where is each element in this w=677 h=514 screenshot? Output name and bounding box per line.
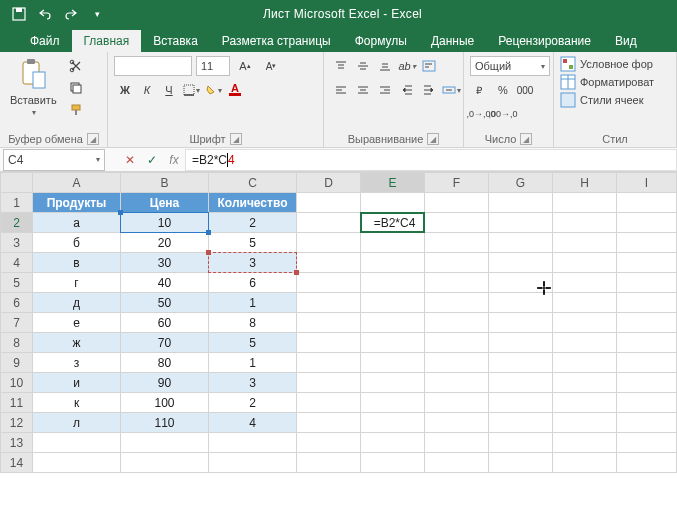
- cell[interactable]: [297, 333, 361, 353]
- cell[interactable]: [617, 333, 677, 353]
- border-icon[interactable]: ▾: [180, 80, 202, 100]
- comma-icon[interactable]: 000: [514, 80, 536, 100]
- cell[interactable]: [489, 273, 553, 293]
- number-dialog-launcher-icon[interactable]: ◢: [520, 133, 532, 145]
- cell-E2-active[interactable]: =B2*C4: [361, 213, 425, 233]
- cell[interactable]: [297, 433, 361, 453]
- col-header-I[interactable]: I: [617, 173, 677, 193]
- cell[interactable]: [489, 393, 553, 413]
- row-header[interactable]: 14: [1, 453, 33, 473]
- cell[interactable]: [297, 353, 361, 373]
- tab-insert[interactable]: Вставка: [141, 30, 210, 52]
- row-header[interactable]: 1: [1, 193, 33, 213]
- cell[interactable]: [553, 193, 617, 213]
- align-left-icon[interactable]: [330, 80, 352, 100]
- cell[interactable]: 70: [121, 333, 209, 353]
- cell[interactable]: [297, 413, 361, 433]
- cell[interactable]: [617, 213, 677, 233]
- cell-styles-button[interactable]: Стили ячеек: [560, 92, 643, 108]
- cell[interactable]: 5: [209, 233, 297, 253]
- paste-button[interactable]: Вставить ▾: [6, 56, 61, 119]
- row-header[interactable]: 5: [1, 273, 33, 293]
- cell[interactable]: 110: [121, 413, 209, 433]
- increase-font-icon[interactable]: A▴: [234, 56, 256, 76]
- cell[interactable]: [425, 293, 489, 313]
- cell[interactable]: [361, 233, 425, 253]
- cell[interactable]: [209, 433, 297, 453]
- cell[interactable]: [361, 353, 425, 373]
- cell[interactable]: [617, 273, 677, 293]
- cell[interactable]: [361, 373, 425, 393]
- cell[interactable]: [361, 333, 425, 353]
- cell[interactable]: [617, 353, 677, 373]
- cell[interactable]: [361, 413, 425, 433]
- cell[interactable]: е: [33, 313, 121, 333]
- cell-B2-referenced[interactable]: 10: [121, 213, 209, 233]
- cell[interactable]: [425, 253, 489, 273]
- row-header[interactable]: 7: [1, 313, 33, 333]
- cell[interactable]: [489, 313, 553, 333]
- italic-button[interactable]: К: [136, 80, 158, 100]
- cell[interactable]: к: [33, 393, 121, 413]
- cell[interactable]: [553, 433, 617, 453]
- cancel-formula-icon[interactable]: ✕: [119, 149, 141, 171]
- cell[interactable]: 80: [121, 353, 209, 373]
- cell[interactable]: [297, 193, 361, 213]
- col-header-F[interactable]: F: [425, 173, 489, 193]
- row-header[interactable]: 8: [1, 333, 33, 353]
- cell[interactable]: [489, 413, 553, 433]
- cell[interactable]: [361, 433, 425, 453]
- align-bottom-icon[interactable]: [374, 56, 396, 76]
- row-header[interactable]: 6: [1, 293, 33, 313]
- cell[interactable]: [553, 353, 617, 373]
- number-format-select[interactable]: Общий▾: [470, 56, 550, 76]
- cell[interactable]: [553, 313, 617, 333]
- save-icon[interactable]: [8, 3, 30, 25]
- cell[interactable]: [361, 393, 425, 413]
- row-header[interactable]: 9: [1, 353, 33, 373]
- fx-icon[interactable]: fx: [163, 149, 185, 171]
- cell[interactable]: [361, 253, 425, 273]
- qat-customize-icon[interactable]: ▾: [86, 3, 108, 25]
- font-name-select[interactable]: [114, 56, 192, 76]
- cell[interactable]: б: [33, 233, 121, 253]
- cell[interactable]: 4: [209, 413, 297, 433]
- align-right-icon[interactable]: [374, 80, 396, 100]
- cell[interactable]: и: [33, 373, 121, 393]
- cell[interactable]: [297, 253, 361, 273]
- cell[interactable]: [425, 373, 489, 393]
- cell[interactable]: [425, 333, 489, 353]
- table-header-cell[interactable]: Цена: [121, 193, 209, 213]
- cell[interactable]: [297, 293, 361, 313]
- wrap-text-icon[interactable]: [418, 56, 440, 76]
- copy-icon[interactable]: [65, 78, 87, 98]
- formula-input[interactable]: =B2*C4: [185, 149, 677, 171]
- cell[interactable]: [425, 213, 489, 233]
- row-header[interactable]: 4: [1, 253, 33, 273]
- cell[interactable]: [489, 293, 553, 313]
- cell-C4-referenced[interactable]: 3: [209, 253, 297, 273]
- tab-data[interactable]: Данные: [419, 30, 486, 52]
- cell[interactable]: [425, 193, 489, 213]
- align-middle-icon[interactable]: [352, 56, 374, 76]
- alignment-dialog-launcher-icon[interactable]: ◢: [427, 133, 439, 145]
- cell[interactable]: [489, 213, 553, 233]
- cell[interactable]: [617, 453, 677, 473]
- cell[interactable]: [553, 393, 617, 413]
- cell[interactable]: 6: [209, 273, 297, 293]
- select-all-corner[interactable]: [1, 173, 33, 193]
- cell[interactable]: [297, 313, 361, 333]
- table-header-cell[interactable]: Продукты: [33, 193, 121, 213]
- cell[interactable]: [553, 333, 617, 353]
- tab-file[interactable]: Файл: [18, 30, 72, 52]
- cell[interactable]: [617, 293, 677, 313]
- underline-button[interactable]: Ч: [158, 80, 180, 100]
- conditional-formatting-button[interactable]: Условное фор: [560, 56, 653, 72]
- cell[interactable]: [297, 373, 361, 393]
- format-as-table-button[interactable]: Форматироват: [560, 74, 654, 90]
- decrease-decimal-icon[interactable]: ,00→,0: [492, 104, 514, 124]
- cell[interactable]: 100: [121, 393, 209, 413]
- bold-button[interactable]: Ж: [114, 80, 136, 100]
- cell[interactable]: [361, 273, 425, 293]
- cell[interactable]: [121, 433, 209, 453]
